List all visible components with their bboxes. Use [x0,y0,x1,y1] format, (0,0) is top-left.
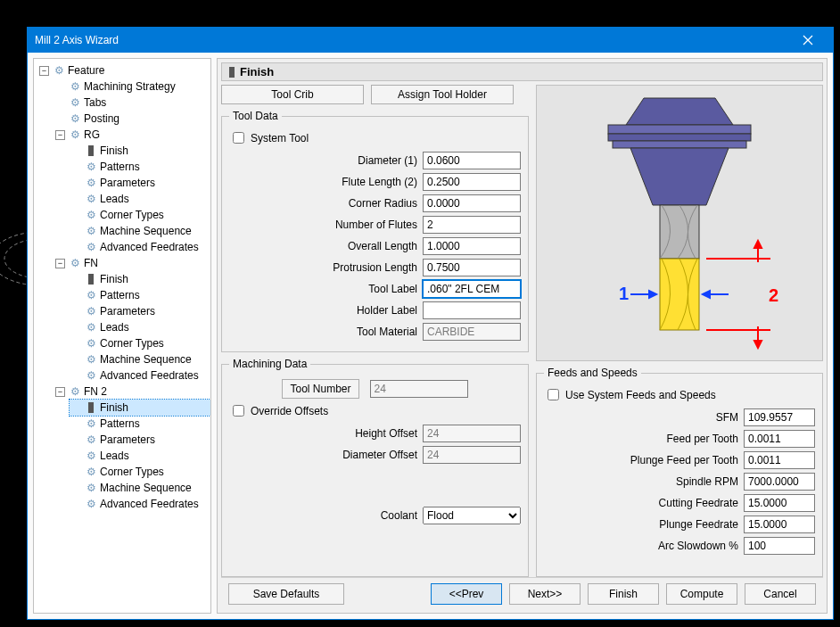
gear-icon: ⚙ [68,79,82,94]
collapse-icon[interactable]: − [55,387,65,397]
finish-icon [84,272,98,286]
tree-child[interactable]: ⚙Advanced Feedrates [70,239,210,255]
override-offsets-checkbox[interactable] [233,405,244,417]
tree-label: Machine Sequence [100,353,192,366]
system-tool-label: System Tool [251,132,309,144]
diameter-offset-input[interactable] [423,446,521,464]
tree-child[interactable]: ⚙Parameters [70,303,210,319]
gear-icon: ⚙ [68,111,82,126]
corner-radius-input[interactable] [423,194,521,212]
tree-child[interactable]: ⚙Corner Types [70,335,210,351]
tree-label: Corner Types [100,466,164,478]
tree-label: Parameters [100,305,155,318]
tree-child[interactable]: ⚙Leads [70,448,210,464]
tree-child[interactable]: ⚙Leads [70,191,210,207]
system-tool-checkbox[interactable] [233,132,244,144]
compute-button[interactable]: Compute [666,583,737,605]
coolant-select[interactable]: Flood [423,507,521,524]
plunge-feed-per-tooth-input[interactable] [744,451,815,469]
collapse-icon[interactable]: − [39,66,49,76]
window-title: Mill 2 Axis Wizard [35,34,790,46]
dim-2-label: 2 [769,285,778,305]
close-icon [803,35,813,45]
tree-group-rg[interactable]: −⚙RG [54,127,210,143]
tree-child[interactable]: ⚙Leads [70,319,210,335]
feature-tree[interactable]: − ⚙ Feature ⚙Machining Strategy ⚙Tabs ⚙P… [33,58,211,614]
height-offset-input[interactable] [423,425,521,442]
assign-tool-holder-button[interactable]: Assign Tool Holder [371,85,514,104]
gear-icon: ⚙ [84,160,98,174]
svg-rect-3 [608,125,751,134]
gear-icon: ⚙ [68,128,82,142]
tree-posting[interactable]: ⚙Posting [54,111,210,127]
tool-number-input[interactable] [370,380,468,398]
cutting-feedrate-input[interactable] [744,494,815,512]
protrusion-length-input[interactable] [423,259,521,276]
tool-label-input[interactable] [423,280,521,298]
tree-child[interactable]: ⚙Advanced Feedrates [70,367,210,384]
plunge-feedrate-input[interactable] [744,516,815,533]
num-flutes-input[interactable] [423,216,521,234]
feed-per-tooth-input[interactable] [744,430,815,448]
tree-label: Patterns [100,417,140,430]
footer-buttons: Save Defaults <<Prev Next>> Finish Compu… [221,577,823,609]
next-button[interactable]: Next>> [509,583,581,605]
tree-child[interactable]: ⚙Parameters [70,175,210,191]
holder-label-input[interactable] [423,301,521,319]
tree-tabs[interactable]: ⚙Tabs [54,95,210,111]
tree-child[interactable]: Finish [70,271,210,287]
feeds-speeds-legend: Feeds and Speeds [544,367,641,379]
save-defaults-button[interactable]: Save Defaults [228,583,344,605]
tool-crib-button[interactable]: Tool Crib [221,85,364,104]
gear-icon: ⚙ [84,176,98,190]
tool-data-group: Tool Data System Tool Diameter (1) Flute… [221,110,529,352]
spindle-rpm-input[interactable] [744,473,815,491]
tree-child[interactable]: ⚙Machine Sequence [70,351,210,367]
gear-icon: ⚙ [68,384,82,399]
flute-length-input[interactable] [423,173,521,191]
machining-data-legend: Machining Data [229,358,310,370]
close-button[interactable] [790,28,826,53]
dim-1-label: 1 [619,284,629,303]
tree-child[interactable]: ⚙Machine Sequence [70,223,210,239]
sfm-input[interactable] [744,408,815,426]
tool-number-button[interactable]: Tool Number [282,379,358,399]
overall-length-input[interactable] [423,237,521,255]
arc-slowdown-input[interactable] [744,537,815,555]
svg-rect-4 [608,134,751,141]
tree-child[interactable]: ⚙Patterns [70,159,210,175]
tree-root-feature[interactable]: − ⚙ Feature [37,62,210,78]
tree-label: Finish [100,401,128,414]
gear-icon: ⚙ [84,336,98,351]
tool-preview-graphic: 1 2 [546,89,813,357]
collapse-icon[interactable]: − [55,130,65,140]
tree-child[interactable]: ⚙Corner Types [70,207,210,223]
gear-icon: ⚙ [84,368,98,383]
tree-child[interactable]: ⚙Parameters [70,432,210,448]
tree-child[interactable]: ⚙Patterns [70,416,210,432]
tree-child[interactable]: Finish [70,143,210,159]
diameter-input[interactable] [423,152,521,169]
tree-child[interactable]: ⚙Advanced Feedrates [70,496,210,512]
gear-icon: ⚙ [84,433,98,447]
cancel-button[interactable]: Cancel [745,583,816,605]
tree-child[interactable]: ⚙Machine Sequence [70,480,210,496]
override-offsets-label: Override Offsets [251,405,328,417]
tool-preview-viewport[interactable]: 1 2 [536,85,823,361]
tree-group-fn2[interactable]: −⚙FN 2 [54,384,210,400]
tool-material-input[interactable] [423,323,521,341]
titlebar[interactable]: Mill 2 Axis Wizard [28,28,833,53]
collapse-icon[interactable]: − [55,259,65,268]
tree-child[interactable]: Finish [70,400,210,416]
page-title: Finish [240,65,274,78]
finish-icon [229,67,235,78]
gear-icon: ⚙ [84,192,98,206]
prev-button[interactable]: <<Prev [431,583,502,605]
tree-child[interactable]: ⚙Corner Types [70,464,210,480]
tree-machining-strategy[interactable]: ⚙Machining Strategy [54,78,210,95]
finish-button[interactable]: Finish [588,583,659,605]
tree-child[interactable]: ⚙Patterns [70,287,210,303]
tree-label: Parameters [100,177,155,189]
use-system-feeds-checkbox[interactable] [548,389,559,400]
tree-group-fn[interactable]: −⚙FN [54,255,210,271]
